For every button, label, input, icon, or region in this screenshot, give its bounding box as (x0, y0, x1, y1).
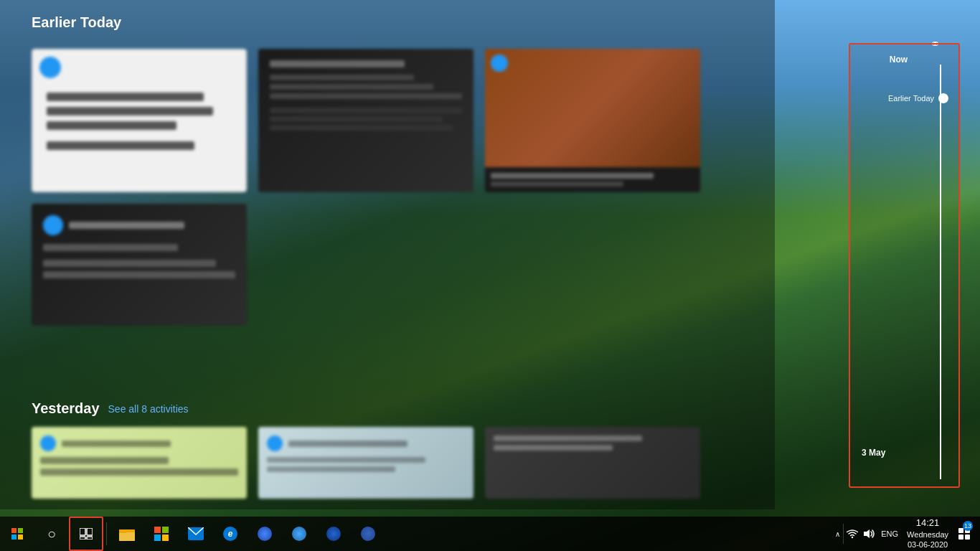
taskbar-app-3-icon (326, 527, 341, 541)
card-1-app-icon (39, 57, 61, 78)
svg-rect-6 (80, 537, 85, 540)
card-1-line-4 (47, 141, 194, 150)
card-4-line-2 (43, 260, 216, 267)
card-3-title (491, 173, 694, 179)
task-view-icon (80, 528, 93, 540)
activity-card-1[interactable] (32, 49, 247, 192)
earlier-today-dot (938, 93, 948, 103)
earlier-today-timeline-marker[interactable]: Earlier Today (888, 93, 948, 103)
svg-rect-22 (965, 534, 970, 540)
store-icon (154, 527, 169, 541)
yesterday-label: Yesterday (32, 400, 100, 417)
svg-rect-7 (87, 537, 93, 540)
taskbar-app-3-button[interactable] (316, 517, 351, 551)
activity-card-3[interactable] (485, 49, 700, 192)
yesterday-card-2-content (258, 427, 473, 499)
card-3-image (485, 49, 700, 167)
yesterday-card-3-content (485, 427, 700, 499)
task-view-button[interactable] (69, 517, 103, 551)
volume-button[interactable] (861, 517, 878, 551)
taskbar-separator (106, 522, 107, 545)
card-1-content (32, 50, 246, 192)
see-activities-link[interactable]: See all 8 activities (108, 403, 189, 415)
card-3-content (485, 49, 700, 192)
earlier-today-timeline-label: Earlier Today (888, 94, 934, 103)
card-2-line-3 (270, 93, 462, 99)
card-2-title (270, 60, 462, 67)
wifi-button[interactable] (844, 517, 861, 551)
card-4-content (32, 204, 247, 326)
card-2-line-2 (270, 84, 433, 90)
taskbar-app-4-icon (361, 527, 375, 541)
taskbar-app-1-button[interactable] (248, 517, 282, 551)
activity-card-4[interactable] (32, 204, 247, 326)
wifi-icon (847, 529, 858, 539)
clock-button[interactable]: 14:21 Wednesday 03-06-2020 (901, 517, 954, 551)
taskbar-app-1-icon (258, 527, 272, 541)
windows-logo-icon (11, 528, 23, 540)
svg-rect-2 (11, 534, 17, 540)
timeline-sidebar[interactable]: Now Earlier Today 3 May (849, 43, 960, 488)
language-button[interactable]: ENG (878, 517, 901, 551)
svg-rect-5 (87, 528, 93, 535)
earlier-today-header: Earlier Today (32, 14, 121, 31)
card-3-app-icon (491, 55, 508, 72)
edge-button[interactable]: e (213, 517, 248, 551)
file-explorer-button[interactable] (110, 517, 144, 551)
taskbar-app-4-button[interactable] (351, 517, 385, 551)
start-button[interactable] (0, 517, 34, 551)
card-1-line-3 (47, 121, 176, 130)
svg-rect-4 (80, 528, 85, 535)
svg-rect-3 (18, 534, 23, 540)
store-button[interactable] (144, 517, 179, 551)
svg-rect-21 (958, 534, 963, 540)
yesterday-section: Yesterday See all 8 activities (32, 400, 189, 417)
svg-rect-10 (119, 529, 126, 533)
volume-icon (864, 529, 875, 539)
timeline-vertical-line (940, 65, 941, 479)
yesterday-card-3[interactable] (485, 427, 700, 499)
card-2-line-1 (270, 75, 414, 80)
card-4-line-1 (43, 244, 178, 251)
cortana-button[interactable]: ○ (34, 517, 69, 551)
ycard-1-line-1 (40, 457, 169, 464)
taskbar: ○ (0, 517, 980, 551)
svg-marker-18 (864, 529, 870, 538)
svg-rect-13 (154, 534, 161, 541)
file-explorer-icon (119, 527, 135, 541)
svg-text:e: e (228, 529, 233, 539)
svg-rect-0 (11, 528, 17, 533)
notification-badge: 13 (963, 521, 973, 531)
ycard-3-line-1 (494, 435, 642, 441)
show-hidden-icons-button[interactable]: ∧ (832, 517, 843, 551)
taskbar-app-2-button[interactable] (282, 517, 316, 551)
mail-icon (188, 527, 204, 540)
card-2-content (258, 49, 473, 192)
mail-button[interactable] (179, 517, 213, 551)
ycard-1-line-2 (40, 468, 238, 476)
svg-rect-14 (162, 534, 169, 541)
clock-day: Wednesday (907, 529, 948, 540)
svg-rect-9 (119, 532, 135, 541)
card-3-text-area (485, 167, 700, 192)
yesterday-cards-container (32, 427, 700, 499)
svg-rect-19 (958, 528, 963, 533)
yesterday-card-2[interactable] (258, 427, 473, 499)
card-1-line-1 (47, 93, 204, 101)
notification-center-button[interactable]: 13 (954, 517, 974, 551)
chevron-up-icon: ∧ (835, 530, 840, 538)
activity-card-2[interactable] (258, 49, 473, 192)
edge-icon: e (222, 526, 238, 542)
card-4-line-3 (43, 271, 235, 278)
svg-rect-11 (154, 527, 161, 533)
timeline-now-label: Now (890, 55, 908, 65)
cortana-icon: ○ (47, 526, 56, 542)
ycard-3-line-2 (494, 445, 613, 451)
activity-cards-container (32, 49, 749, 326)
timeline-line-container: Earlier Today 3 May (850, 65, 958, 479)
yesterday-card-1[interactable] (32, 427, 247, 499)
yesterday-card-1-content (32, 427, 247, 499)
clock-time: 14:21 (916, 517, 940, 529)
may3-timeline-label: 3 May (862, 448, 885, 458)
card-1-line-2 (47, 107, 213, 116)
